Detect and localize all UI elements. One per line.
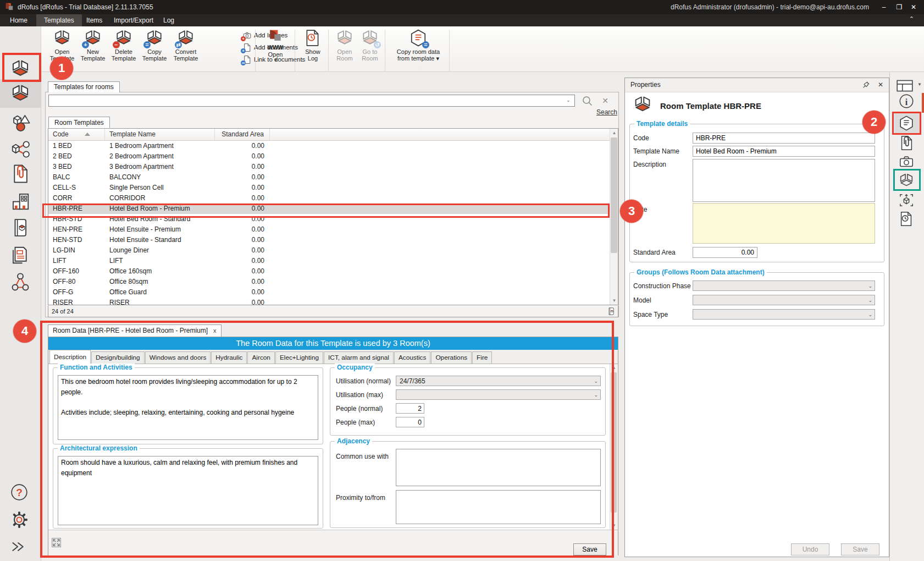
room-data-tab-hydraulic[interactable]: Hydraulic bbox=[211, 351, 247, 364]
table-row[interactable]: CELL-SSingle Person Cell0.00 bbox=[48, 183, 618, 193]
table-row[interactable]: OFF-GOffice Guard0.00 bbox=[48, 287, 618, 298]
table-row[interactable]: RISERRISER0.00 bbox=[48, 298, 618, 305]
convert-template-button[interactable]: ⇄ ConvertTemplate bbox=[170, 29, 202, 65]
tab-log[interactable]: Log bbox=[156, 14, 182, 26]
standard-area-input[interactable] bbox=[693, 247, 757, 258]
scroll-down-icon[interactable]: ▼ bbox=[610, 522, 618, 530]
table-row[interactable]: HEN-STDHotel Ensuite - Standard0.00 bbox=[48, 235, 618, 245]
table-row[interactable]: LG-DINLounge Diner0.00 bbox=[48, 245, 618, 256]
tab-items[interactable]: Items bbox=[79, 14, 110, 26]
sidebar-item-reports[interactable] bbox=[10, 245, 31, 266]
room-data-tab-acoustics[interactable]: Acoustics bbox=[394, 351, 430, 364]
sidebar-item-buildings[interactable] bbox=[10, 191, 31, 212]
room-data-tab-ict-alarm-and-signal[interactable]: ICT, alarm and signal bbox=[324, 351, 394, 364]
sidebar-item-item-relations[interactable] bbox=[10, 139, 31, 160]
description-textarea[interactable] bbox=[693, 159, 875, 202]
new-template-button[interactable]: + NewTemplate bbox=[78, 29, 108, 65]
show-log-button[interactable]: ShowLog bbox=[300, 29, 326, 65]
model-3d-tool-icon[interactable] bbox=[898, 192, 915, 208]
properties-save-button[interactable]: Save bbox=[841, 543, 879, 556]
sidebar-item-rooms[interactable] bbox=[10, 58, 31, 79]
expand-icon[interactable] bbox=[52, 538, 61, 547]
scroll-down-icon[interactable]: ▼ bbox=[610, 296, 618, 305]
table-row[interactable]: HBR-PREHotel Bed Room - Premium0.00 bbox=[48, 204, 618, 214]
go-to-room-button[interactable]: ↺ Go toRoom bbox=[357, 29, 383, 65]
table-row[interactable]: CORRCORRIDOR0.00 bbox=[48, 193, 618, 204]
tab-templates[interactable]: Templates bbox=[36, 14, 82, 26]
column-header-code[interactable]: Code bbox=[48, 129, 105, 140]
construction-phase-select[interactable]: ⌄ bbox=[693, 280, 875, 291]
room-data-sheet-tool-icon[interactable] bbox=[898, 115, 915, 131]
room-data-tab-aircon[interactable]: Aircon bbox=[247, 351, 274, 364]
people-max-input[interactable] bbox=[396, 417, 424, 427]
room-data-scrollbar[interactable]: ▲ ▼ bbox=[610, 364, 617, 530]
open-room-button[interactable]: OpenRoom bbox=[332, 29, 357, 65]
template-name-input[interactable] bbox=[693, 146, 875, 157]
dropdown-arrow-icon[interactable]: ▼ bbox=[917, 82, 922, 87]
table-row[interactable]: 3 BED3 Bedroom Apartment0.00 bbox=[48, 162, 618, 172]
clear-search-icon[interactable]: ✕ bbox=[599, 95, 611, 107]
room-data-tab-windows-and-doors[interactable]: Windows and doors bbox=[145, 351, 211, 364]
tab-import-export[interactable]: Import/Export bbox=[106, 14, 161, 26]
sidebar-item-room-templates[interactable] bbox=[10, 83, 31, 104]
www-open-button[interactable]: WWWOpen ▾ bbox=[261, 29, 290, 65]
undo-button[interactable]: Undo bbox=[791, 543, 829, 556]
tab-home[interactable]: Home bbox=[2, 14, 35, 26]
scroll-up-icon[interactable]: ▲ bbox=[610, 129, 618, 137]
column-header-standard-area[interactable]: Standard Area bbox=[215, 129, 270, 140]
column-header-template-name[interactable]: Template Name bbox=[105, 129, 215, 140]
search-link[interactable]: Search bbox=[596, 108, 617, 116]
room-data-tab-fire[interactable]: Fire bbox=[472, 351, 492, 364]
note-textarea[interactable] bbox=[693, 203, 875, 244]
copy-template-button[interactable]: = CopyTemplate bbox=[139, 29, 170, 65]
attachments-tool-icon[interactable] bbox=[898, 135, 915, 151]
sidebar-item-catalog[interactable] bbox=[10, 217, 31, 238]
maximize-button[interactable]: ❐ bbox=[893, 2, 905, 12]
close-properties-icon[interactable]: ✕ bbox=[878, 78, 883, 92]
search-icon[interactable] bbox=[581, 95, 594, 108]
close-tab-icon[interactable]: x bbox=[213, 327, 217, 334]
sidebar-item-relations-diagram[interactable] bbox=[10, 272, 31, 293]
sidebar-item-attachments[interactable] bbox=[10, 163, 31, 184]
scrollbar-thumb[interactable] bbox=[611, 372, 617, 513]
info-tool-icon[interactable] bbox=[898, 93, 915, 109]
table-row[interactable]: HBR-STDHotel Bed Room - Standard0.00 bbox=[48, 214, 618, 224]
table-row[interactable]: 2 BED2 Bedroom Apartment0.00 bbox=[48, 151, 618, 162]
table-row[interactable]: OFF-80Office 80sqm0.00 bbox=[48, 277, 618, 287]
sidebar-item-items[interactable] bbox=[10, 112, 31, 133]
room-data-tab[interactable]: Room Data [HBR-PRE - Hotel Bed Room - Pr… bbox=[48, 324, 222, 337]
room-templates-tab[interactable]: Room Templates bbox=[48, 117, 110, 128]
expand-sidebar-button[interactable] bbox=[10, 539, 26, 554]
utilisation-normal-select[interactable]: 24/7/365⌄ bbox=[396, 376, 601, 386]
table-row[interactable]: LIFTLIFT0.00 bbox=[48, 256, 618, 266]
log-tool-icon[interactable] bbox=[898, 211, 915, 227]
table-row[interactable]: BALCBALCONY0.00 bbox=[48, 172, 618, 183]
help-button[interactable] bbox=[10, 483, 29, 502]
minimize-button[interactable]: – bbox=[878, 2, 890, 12]
table-row[interactable]: HEN-PREHotel Ensuite - Premium0.00 bbox=[48, 224, 618, 235]
utilisation-max-select[interactable]: ⌄ bbox=[396, 389, 601, 400]
table-row[interactable]: 1 BED1 Bedroom Apartment0.00 bbox=[48, 141, 618, 151]
people-normal-input[interactable] bbox=[396, 403, 424, 414]
images-tool-icon[interactable] bbox=[898, 153, 915, 170]
delete-template-button[interactable]: − DeleteTemplate bbox=[108, 29, 139, 65]
scroll-up-icon[interactable]: ▲ bbox=[610, 364, 618, 372]
report-book-icon[interactable] bbox=[607, 307, 616, 316]
table-scrollbar[interactable]: ▲ ▼ bbox=[610, 129, 618, 305]
pin-icon[interactable] bbox=[862, 81, 870, 89]
model-select[interactable]: ⌄ bbox=[693, 295, 875, 305]
copy-room-data-from-template-button[interactable]: = Copy room datafrom template ▾ bbox=[391, 29, 446, 65]
function-and-activities-textarea[interactable]: This one bedroom hotel room provides liv… bbox=[58, 375, 318, 440]
room-template-tool-icon[interactable] bbox=[898, 172, 915, 189]
table-row[interactable]: OFF-160Office 160sqm0.00 bbox=[48, 266, 618, 277]
common-use-with-textarea[interactable] bbox=[396, 449, 601, 486]
search-input[interactable] bbox=[48, 95, 575, 107]
proximity-to-from-textarea[interactable] bbox=[396, 490, 601, 524]
panel-layout-icon[interactable] bbox=[895, 79, 914, 93]
room-data-tab-design-building[interactable]: Design/building bbox=[91, 351, 145, 364]
close-button[interactable]: ✕ bbox=[908, 2, 920, 12]
search-combo-arrow-icon[interactable]: ⌄ bbox=[566, 97, 571, 103]
space-type-select[interactable]: ⌄ bbox=[693, 309, 875, 320]
settings-button[interactable] bbox=[10, 510, 29, 529]
room-data-tab-operations[interactable]: Operations bbox=[431, 351, 472, 364]
